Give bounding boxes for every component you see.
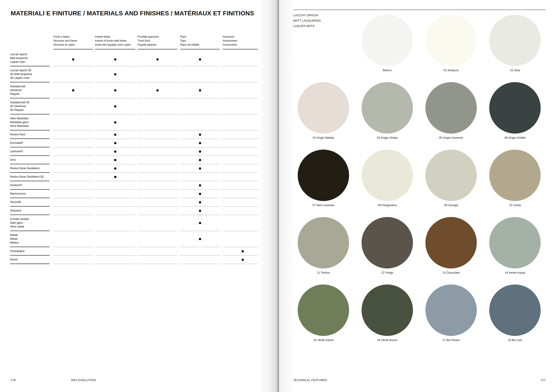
availability-cell bbox=[95, 139, 136, 147]
material-label-line: Tecnoril® bbox=[10, 200, 50, 204]
material-label: Solysand bbox=[10, 207, 50, 215]
column-header-line: Fusto e telaio bbox=[54, 35, 93, 39]
swatch-cell: Bianco bbox=[355, 15, 419, 82]
availability-cell bbox=[180, 66, 220, 82]
availability-cell bbox=[180, 98, 220, 114]
swatch-circle bbox=[362, 82, 413, 133]
availability-cell bbox=[223, 98, 263, 114]
table-row: Laccati opachiMatt lacqueredLaqués mats bbox=[10, 49, 263, 66]
availability-cell bbox=[54, 130, 93, 139]
availability-cell bbox=[54, 173, 93, 181]
availability-cell bbox=[180, 114, 220, 130]
column-header-line: Structure and frame bbox=[54, 39, 93, 43]
swatch-label: 10 Corda bbox=[509, 204, 521, 207]
swatch-label: 15 Verde Salvia bbox=[313, 338, 333, 342]
swatch-label: 04 Grigio Ghiaia bbox=[377, 136, 398, 139]
swatch-cell: 14 Verde Acqua bbox=[483, 217, 547, 284]
availability-dot-icon bbox=[199, 159, 201, 161]
swatch-circle bbox=[425, 82, 477, 133]
availability-dot-icon bbox=[199, 238, 201, 240]
material-label-line: Martellato glass bbox=[10, 120, 50, 124]
swatch-cell: 12 Fango bbox=[355, 217, 419, 284]
material-label-line: Satin glass bbox=[10, 221, 50, 225]
availability-dot-icon bbox=[199, 133, 201, 136]
material-label-line: 3D Plaqués bbox=[10, 108, 50, 112]
swatch-label: 09 Canapa bbox=[444, 204, 458, 207]
swatch-label: 07 Nero Assoluto bbox=[312, 204, 334, 207]
material-label-line: Marmoresina bbox=[10, 192, 50, 196]
availability-cell bbox=[95, 49, 136, 66]
swatch-cell: 16 Verde Bosco bbox=[355, 284, 419, 352]
page-left: MATERIALI E FINITURE / MATERIALS AND FIN… bbox=[0, 0, 276, 392]
column-header: Inserto telaioInserts of fronts with fra… bbox=[95, 35, 136, 49]
availability-dot-icon bbox=[114, 142, 116, 144]
swatch-cell: 09 Canapa bbox=[419, 149, 483, 217]
availability-cell bbox=[138, 198, 177, 207]
material-label-line: Laccati opachi 3D bbox=[10, 69, 50, 72]
swatch-label: 05 Grigio Cemento bbox=[439, 136, 463, 139]
column-header-line: Accessories bbox=[223, 39, 263, 43]
availability-dot-icon bbox=[114, 105, 116, 108]
swatch-circle bbox=[425, 15, 477, 66]
availability-cell bbox=[95, 256, 136, 264]
column-header-line: Accessori bbox=[223, 35, 263, 39]
column-header-line: Inserto telaio bbox=[95, 35, 136, 39]
availability-dot-icon bbox=[199, 142, 201, 144]
table-row: ImpiallacciatiVeneeredPlaqués bbox=[10, 82, 263, 98]
availability-cell bbox=[138, 181, 177, 190]
material-label-line: Resina Stone Deckblend bbox=[10, 166, 50, 170]
swatch-label: 02 Seta bbox=[510, 69, 520, 72]
page-number-right: 177 bbox=[541, 378, 546, 382]
table-row: Laccati opachi 3D3D Matt lacquered3D Laq… bbox=[10, 66, 263, 82]
availability-cell bbox=[54, 190, 93, 198]
availability-cell bbox=[180, 164, 220, 173]
material-label-line: 3D Laqués mats bbox=[10, 76, 50, 80]
swatch-cell: 10 Corda bbox=[483, 149, 547, 217]
swatch-cell: 11 Tortora bbox=[292, 217, 355, 284]
swatch-cell: 18 Blu Avio bbox=[483, 284, 547, 352]
availability-cell bbox=[138, 215, 177, 231]
availability-cell bbox=[138, 231, 177, 247]
availability-dot-icon bbox=[199, 210, 201, 212]
swatch-cell-empty bbox=[292, 15, 355, 82]
swatch-label: 01 Ghiaccio bbox=[443, 69, 459, 72]
swatch-circle bbox=[425, 149, 477, 201]
table-header-row: Fusto e telaioStructure and frameStructu… bbox=[10, 35, 263, 49]
availability-cell bbox=[223, 231, 263, 247]
swatch-circle bbox=[362, 15, 413, 66]
availability-cell bbox=[95, 190, 136, 198]
column-header-line: Accessoires bbox=[223, 43, 263, 47]
column-header-line: Tops bbox=[180, 39, 220, 43]
table-row: MetalliMetalsMétaux bbox=[10, 231, 263, 247]
material-label-line: Laminam® bbox=[10, 149, 50, 153]
swatch-label: 08 Pergamena bbox=[378, 204, 396, 207]
availability-cell bbox=[223, 256, 263, 264]
swatch-label: 18 Blu Avio bbox=[508, 338, 522, 342]
availability-cell bbox=[54, 98, 93, 114]
swatch-circle bbox=[489, 149, 541, 201]
availability-dot-icon bbox=[199, 193, 201, 195]
column-header: Fusto e telaioStructure and frameStructu… bbox=[54, 35, 93, 49]
swatch-label: 06 Grigio Grafite bbox=[504, 136, 525, 139]
availability-cell bbox=[95, 247, 136, 256]
availability-cell bbox=[180, 147, 220, 156]
swatch-cell: 17 Blu Polare bbox=[419, 284, 483, 352]
material-label-line: Matt lacquered bbox=[10, 56, 50, 60]
swatch-label: 14 Verde Acqua bbox=[505, 271, 525, 274]
availability-cell bbox=[54, 181, 93, 190]
availability-cell bbox=[138, 164, 177, 173]
availability-cell bbox=[223, 66, 263, 82]
table-row: Nichel bbox=[10, 256, 263, 264]
table-row: Solysand bbox=[10, 207, 263, 215]
availability-cell bbox=[180, 215, 220, 231]
availability-dot-icon bbox=[114, 73, 116, 75]
swatch-circle bbox=[425, 217, 477, 268]
table-row: Cristallo acidatoSatin glassVerre satiné bbox=[10, 215, 263, 231]
availability-cell bbox=[95, 130, 136, 139]
material-label: Laccati opachiMatt lacqueredLaqués mats bbox=[10, 49, 50, 66]
availability-cell bbox=[54, 147, 93, 156]
material-label: Nichel bbox=[10, 256, 50, 264]
availability-cell bbox=[54, 49, 93, 66]
availability-cell bbox=[54, 198, 93, 207]
availability-cell bbox=[95, 114, 136, 130]
